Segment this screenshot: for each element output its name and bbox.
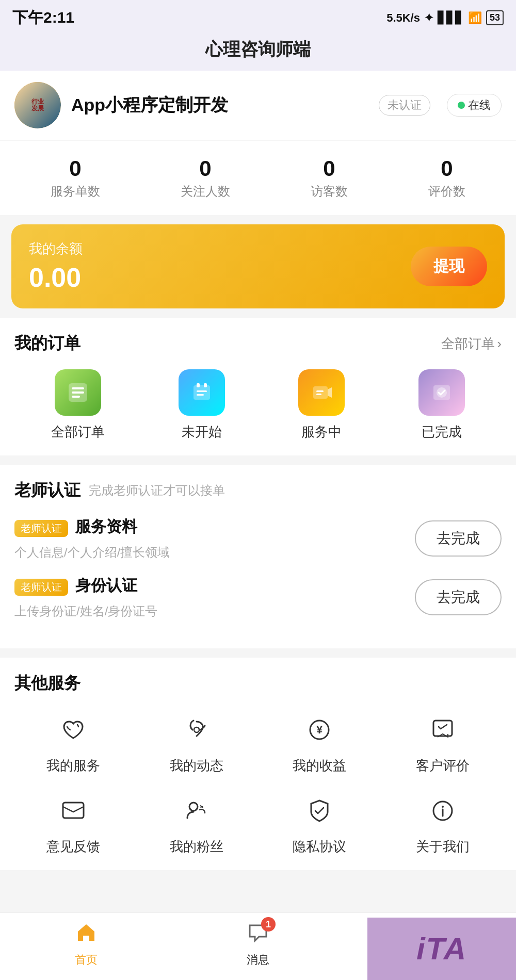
battery-indicator: 53 [486, 10, 504, 25]
certification-section: 老师认证 完成老师认证才可以接单 老师认证 服务资料 个人信息/个人介绍/擅长领… [0, 465, 516, 648]
order-completed[interactable]: 已完成 [418, 369, 465, 441]
home-icon [75, 921, 98, 949]
other-services-title: 其他服务 [14, 672, 80, 695]
signal-bars-icon: ▋▋▋ [438, 11, 464, 25]
service-my-earnings[interactable]: ¥ 我的收益 [261, 709, 379, 775]
nav-home[interactable]: 首页 [45, 921, 127, 968]
withdraw-button[interactable]: 提现 [411, 247, 487, 286]
orders-more-link[interactable]: 全部订单 › [441, 335, 502, 353]
orders-section: 我的订单 全部订单 › 全部订单 [0, 318, 516, 455]
signal-text: 5.5K/s [386, 11, 420, 25]
svg-rect-9 [313, 386, 328, 399]
my-dynamic-icon [176, 709, 217, 750]
orders-header: 我的订单 全部订单 › [14, 332, 502, 355]
avatar[interactable]: 行业发展 [14, 82, 61, 128]
order-all-icon [55, 369, 101, 416]
cert-service-title: 服务资料 [75, 518, 137, 535]
go-complete-identity-button[interactable]: 去完成 [415, 579, 502, 615]
svg-rect-7 [197, 390, 207, 392]
service-about-us[interactable]: 关于我们 [384, 790, 502, 856]
svg-rect-8 [197, 394, 204, 396]
wifi-icon: 📶 [468, 11, 482, 25]
cert-service-row: 老师认证 服务资料 [14, 516, 170, 541]
order-completed-icon [418, 369, 465, 416]
cert-title: 老师认证 [14, 479, 80, 502]
service-customer-reviews[interactable]: 客户评价 [384, 709, 502, 775]
status-bar: 下午2:11 5.5K/s ✦ ▋▋▋ 📶 53 [0, 0, 516, 32]
svg-point-21 [442, 806, 444, 808]
balance-left: 我的余额 0.00 [29, 240, 83, 293]
messages-icon: 1 [247, 921, 269, 949]
svg-rect-1 [72, 387, 84, 389]
status-time: 下午2:11 [12, 7, 74, 28]
cert-identity-left: 老师认证 身份认证 上传身份证/姓名/身份证号 [14, 575, 157, 619]
ita-watermark: iTA [367, 918, 516, 980]
svg-text:¥: ¥ [316, 723, 323, 736]
balance-card: 我的余额 0.00 提现 [11, 224, 505, 308]
svg-point-14 [194, 727, 199, 732]
other-services-section: 其他服务 我的服务 我的动态 [0, 658, 516, 870]
cert-tag-identity: 老师认证 [14, 579, 68, 596]
services-grid: 我的服务 我的动态 ¥ 我的收益 [14, 709, 502, 856]
online-badge[interactable]: 在线 [447, 94, 502, 117]
svg-rect-10 [316, 390, 324, 392]
chevron-right-icon: › [497, 336, 502, 352]
cert-service-desc: 个人信息/个人介绍/擅长领域 [14, 544, 170, 561]
my-services-icon [53, 709, 94, 750]
nav-messages-label: 消息 [247, 952, 269, 968]
stats-row: 0 服务单数 0 关注人数 0 访客数 0 评价数 [0, 141, 516, 215]
svg-rect-11 [316, 394, 321, 395]
unverified-badge[interactable]: 未认证 [379, 95, 430, 116]
balance-amount: 0.00 [29, 262, 83, 293]
service-my-services[interactable]: 我的服务 [14, 709, 133, 775]
order-in-service[interactable]: 服务中 [298, 369, 345, 441]
bluetooth-icon: ✦ [424, 11, 433, 25]
stat-visitors[interactable]: 0 访客数 [311, 156, 348, 200]
feedback-icon [53, 790, 94, 831]
svg-rect-6 [204, 383, 207, 387]
cert-identity-title: 身份认证 [75, 577, 137, 594]
messages-badge: 1 [261, 917, 276, 932]
cert-tag-service: 老师认证 [14, 520, 68, 537]
avatar-inner: 行业发展 [14, 82, 61, 128]
go-complete-service-button[interactable]: 去完成 [415, 520, 502, 557]
orders-title: 我的订单 [14, 332, 80, 355]
privacy-policy-icon [299, 790, 340, 831]
cert-subtitle: 完成老师认证才可以接单 [89, 482, 225, 499]
svg-rect-5 [197, 383, 200, 387]
balance-title: 我的余额 [29, 240, 83, 258]
status-icons: 5.5K/s ✦ ▋▋▋ 📶 53 [386, 10, 504, 25]
my-earnings-icon: ¥ [299, 709, 340, 750]
cert-identity-row: 老师认证 身份认证 [14, 575, 157, 600]
svg-rect-4 [194, 385, 210, 400]
cert-item-identity: 老师认证 身份认证 上传身份证/姓名/身份证号 去完成 [14, 575, 502, 619]
online-dot [458, 102, 465, 109]
stat-service-count[interactable]: 0 服务单数 [51, 156, 100, 200]
svg-rect-2 [72, 391, 84, 394]
order-not-started-icon [179, 369, 225, 416]
svg-rect-3 [72, 396, 80, 398]
order-all[interactable]: 全部订单 [51, 369, 105, 441]
cert-item-service: 老师认证 服务资料 个人信息/个人介绍/擅长领域 去完成 [14, 516, 502, 561]
service-feedback[interactable]: 意见反馈 [14, 790, 133, 856]
stat-followers[interactable]: 0 关注人数 [181, 156, 230, 200]
svg-rect-18 [63, 803, 84, 818]
order-not-started[interactable]: 未开始 [179, 369, 225, 441]
cert-header: 老师认证 完成老师认证才可以接单 [14, 479, 502, 502]
nav-messages[interactable]: 1 消息 [217, 921, 299, 968]
about-us-icon [422, 790, 463, 831]
other-services-header: 其他服务 [14, 672, 502, 695]
cert-service-left: 老师认证 服务资料 个人信息/个人介绍/擅长领域 [14, 516, 170, 561]
order-icons-row: 全部订单 未开始 [14, 369, 502, 441]
nav-home-label: 首页 [75, 952, 98, 968]
order-in-service-icon [298, 369, 345, 416]
customer-reviews-icon [422, 709, 463, 750]
profile-name: App小程序定制开发 [71, 93, 362, 117]
svg-point-19 [189, 803, 198, 811]
stat-reviews[interactable]: 0 评价数 [428, 156, 465, 200]
service-my-dynamic[interactable]: 我的动态 [138, 709, 256, 775]
service-my-fans[interactable]: 我的粉丝 [138, 790, 256, 856]
service-privacy-policy[interactable]: 隐私协议 [261, 790, 379, 856]
profile-row: 行业发展 App小程序定制开发 未认证 在线 [0, 71, 516, 140]
app-header: 心理咨询师端 [0, 32, 516, 71]
